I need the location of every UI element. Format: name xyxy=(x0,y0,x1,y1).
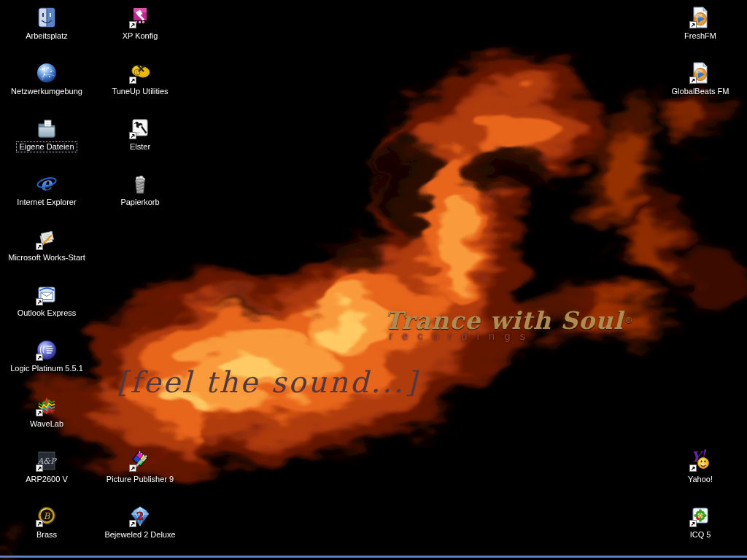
yahoo-messenger-icon: Y ! xyxy=(689,449,712,472)
icon-label: Yahoo! xyxy=(686,475,715,484)
icon-label: Brass xyxy=(34,530,59,540)
desktop-icon-brass[interactable]: B Brass xyxy=(0,505,93,557)
registered-mark: ® xyxy=(625,316,634,325)
documents-folder-icon xyxy=(35,117,58,140)
finder-face-icon xyxy=(35,6,58,29)
elster-magpie-icon xyxy=(128,117,152,140)
arp2600-icon: A&P xyxy=(35,449,58,472)
icon-label: Logic Platinum 5.5.1 xyxy=(8,364,85,373)
desktop-icon-netzwerkumgebung[interactable]: Netzwerkumgebung xyxy=(0,61,93,114)
icon-label: Microsoft Works-Start xyxy=(6,253,88,262)
logic-sphere-icon xyxy=(35,338,58,362)
desktop-icon-arp2600-v[interactable]: A&P ARP2600 V xyxy=(0,449,93,502)
desktop-icon-microsoft-works-start[interactable]: Microsoft Works-Start xyxy=(0,228,93,280)
icon-label: Outlook Express xyxy=(15,308,79,318)
xp-konfig-icon xyxy=(128,6,152,29)
wallpaper-tagline: [feel the sound...] xyxy=(117,365,419,399)
desktop-icon-globalbeats-fm[interactable]: GlobalBeats FM xyxy=(654,61,747,114)
desktop-icon-papierkorb[interactable]: Papierkorb xyxy=(93,172,187,225)
icon-label: Bejeweled 2 Deluxe xyxy=(102,530,177,540)
icon-label: FreshFM xyxy=(682,31,719,41)
icon-label: Internet Explorer xyxy=(15,198,78,207)
network-globe-icon xyxy=(35,61,58,85)
desktop-icon-icq[interactable]: ICQ 5 xyxy=(654,505,747,557)
wallpaper-brand-subtitle: recordings xyxy=(389,330,535,342)
icon-label: ARP2600 V xyxy=(23,475,69,484)
wavelab-waves-icon xyxy=(35,394,58,417)
svg-text:2: 2 xyxy=(136,510,144,523)
icon-label: GlobalBeats FM xyxy=(670,87,732,96)
desktop-icon-yahoo[interactable]: Y ! Yahoo! xyxy=(654,449,747,502)
desktop-icon-xp-konfig[interactable]: XP Konfig xyxy=(93,6,187,58)
recycle-bin-full-icon xyxy=(128,172,152,195)
svg-text:e: e xyxy=(40,173,53,195)
bejeweled-gem-icon: 2 xyxy=(128,505,152,528)
desktop-icon-wavelab[interactable]: WaveLab xyxy=(0,394,93,446)
desktop-surface[interactable]: Trance with Soul® recordings [feel the s… xyxy=(0,0,747,560)
internet-explorer-icon: e xyxy=(35,172,58,195)
desktop-icon-arbeitsplatz[interactable]: Arbeitsplatz xyxy=(0,6,93,58)
desktop-icon-logic-platinum[interactable]: Logic Platinum 5.5.1 xyxy=(0,338,93,391)
desktop-icon-bejeweled[interactable]: 2 Bejeweled 2 Deluxe xyxy=(93,505,187,557)
icon-label: XP Konfig xyxy=(120,31,160,41)
icon-label: Picture Publisher 9 xyxy=(104,475,176,484)
icon-label: Papierkorb xyxy=(118,198,161,207)
desktop-icon-freshfm[interactable]: FreshFM xyxy=(654,6,747,58)
desktop-icon-outlook-express[interactable]: Outlook Express xyxy=(0,283,93,335)
icon-label: Arbeitsplatz xyxy=(23,31,69,41)
picture-publisher-icon xyxy=(128,449,152,472)
outlook-express-icon xyxy=(35,283,58,306)
works-documents-icon xyxy=(35,228,58,251)
brass-icon: B xyxy=(35,505,58,528)
svg-text:B: B xyxy=(44,511,51,521)
desktop-icon-elster[interactable]: Elster xyxy=(93,117,187,169)
icon-label: WaveLab xyxy=(28,419,66,429)
icon-label: Netzwerkumgebung xyxy=(9,87,85,96)
icq-flower-icon xyxy=(689,505,712,528)
desktop-icon-internet-explorer[interactable]: e Internet Explorer xyxy=(0,172,93,225)
desktop-icon-eigene-dateien[interactable]: Eigene Dateien xyxy=(0,117,93,169)
media-file-icon xyxy=(689,6,712,29)
icon-label: TuneUp Utilities xyxy=(109,87,170,96)
icon-label: Elster xyxy=(128,142,152,152)
desktop-icon-tuneup-utilities[interactable]: TuneUp Utilities xyxy=(93,61,187,114)
icon-label: ICQ 5 xyxy=(688,530,713,540)
desktop-icon-picture-publisher[interactable]: Picture Publisher 9 xyxy=(93,449,187,502)
tuneup-tools-icon xyxy=(128,61,152,85)
media-file-icon xyxy=(689,61,712,85)
icon-label: Eigene Dateien xyxy=(17,142,76,152)
taskbar-edge[interactable] xyxy=(0,556,747,558)
